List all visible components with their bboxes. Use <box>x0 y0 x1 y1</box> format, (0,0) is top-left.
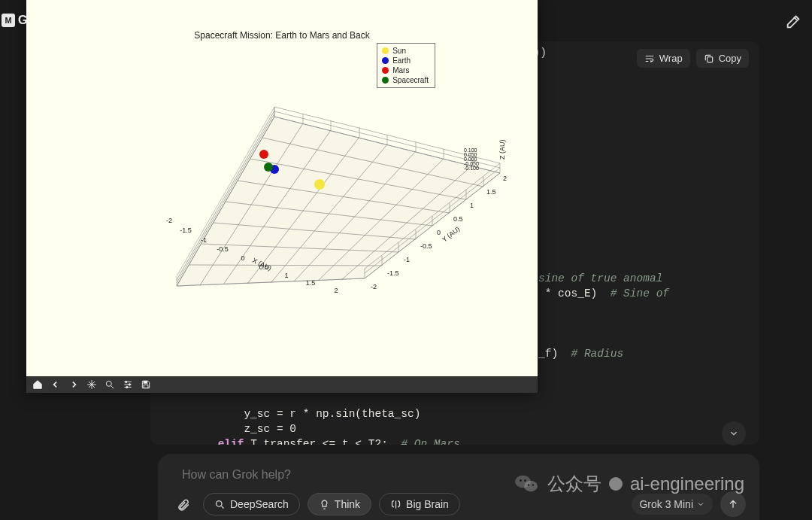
svg-text:-1: -1 <box>404 256 410 263</box>
z-ticks: 0.100 0.050 0.000 -0.050 -0.100 <box>464 147 479 171</box>
svg-text:-1: -1 <box>201 236 207 244</box>
new-chat-icon[interactable] <box>785 14 801 30</box>
brand-badge: M <box>2 14 15 27</box>
point-sun <box>314 179 325 190</box>
svg-text:-0.5: -0.5 <box>217 245 229 253</box>
axes-3d: -2 -1.5 -1 -0.5 0 0.5 1 1.5 2 X (AU) -2 … <box>26 0 538 376</box>
svg-text:-0.100: -0.100 <box>464 166 479 171</box>
y-axis-label: Y (AU) <box>441 225 461 243</box>
z-axis-label: Z (AU) <box>498 140 506 160</box>
svg-point-68 <box>126 381 127 382</box>
plot-window: Spacecraft Mission: Earth to Mars and Ba… <box>26 0 538 393</box>
svg-text:1: 1 <box>470 202 474 209</box>
attach-button[interactable] <box>171 492 195 516</box>
svg-rect-71 <box>144 381 147 383</box>
brand-fragment: M G <box>2 14 27 27</box>
deepsearch-button[interactable]: DeepSearch <box>203 493 300 515</box>
save-icon[interactable] <box>139 378 153 391</box>
svg-text:2: 2 <box>503 175 507 182</box>
pan-icon[interactable] <box>85 378 98 391</box>
point-spacecraft <box>264 163 273 172</box>
svg-point-73 <box>217 500 223 506</box>
configure-icon[interactable] <box>121 378 135 391</box>
svg-text:-0.5: -0.5 <box>420 242 432 250</box>
send-button[interactable] <box>720 491 746 517</box>
svg-text:0: 0 <box>437 229 441 236</box>
svg-text:-2: -2 <box>371 283 377 290</box>
svg-point-70 <box>126 386 128 388</box>
zoom-icon[interactable] <box>103 378 117 391</box>
svg-text:0: 0 <box>241 254 244 262</box>
plot-canvas[interactable]: Spacecraft Mission: Earth to Mars and Ba… <box>26 0 538 376</box>
matplotlib-toolbar <box>26 376 538 393</box>
bigbrain-button[interactable]: Big Brain <box>379 493 460 515</box>
svg-text:0.5: 0.5 <box>453 215 463 223</box>
back-icon[interactable] <box>49 378 62 391</box>
brand-letter: G <box>18 14 27 27</box>
model-selector[interactable]: Grok 3 Mini <box>632 494 713 515</box>
svg-point-67 <box>106 381 111 386</box>
svg-text:1.5: 1.5 <box>486 188 496 196</box>
svg-text:2: 2 <box>334 287 338 294</box>
svg-text:1.5: 1.5 <box>306 279 316 287</box>
point-mars <box>259 150 268 159</box>
svg-point-69 <box>129 384 130 385</box>
svg-text:-1.5: -1.5 <box>180 227 192 234</box>
svg-text:-2: -2 <box>166 217 172 224</box>
composer: DeepSearch Think Big Brain Grok 3 Mini <box>158 454 759 520</box>
prompt-input[interactable] <box>171 464 746 485</box>
scroll-down-button[interactable] <box>722 421 746 445</box>
forward-icon[interactable] <box>67 378 80 391</box>
svg-rect-72 <box>144 385 148 388</box>
home-icon[interactable] <box>31 378 44 391</box>
svg-text:1: 1 <box>284 272 288 279</box>
svg-text:-1.5: -1.5 <box>387 269 399 277</box>
chevron-down-icon <box>696 500 705 509</box>
think-button[interactable]: Think <box>308 493 371 515</box>
